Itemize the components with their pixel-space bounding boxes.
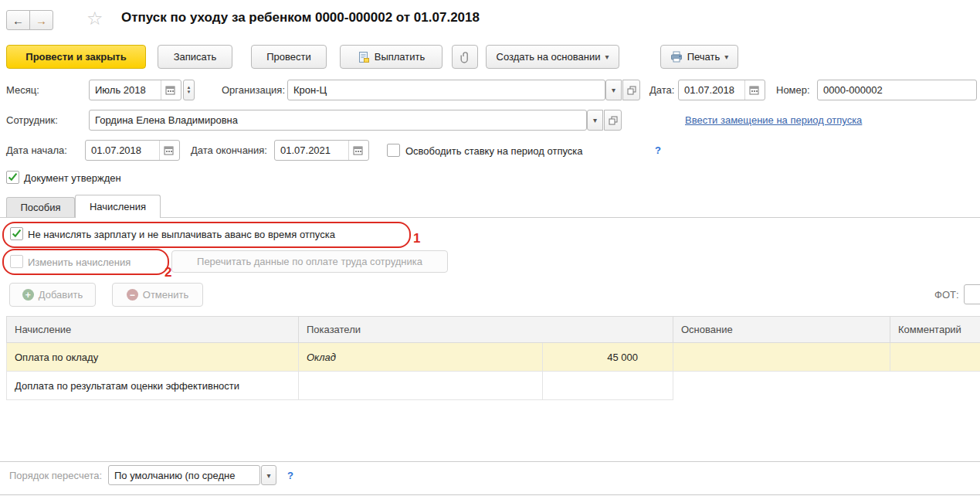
release-position-checkbox[interactable] bbox=[387, 144, 400, 157]
doc-number-label: Номер: bbox=[776, 80, 810, 100]
start-date-field[interactable]: 01.07.2018 bbox=[85, 140, 180, 161]
end-date-value: 01.07.2021 bbox=[280, 144, 331, 156]
footer-divider bbox=[0, 461, 980, 462]
tab-accruals-label: Начисления bbox=[90, 201, 146, 212]
print-label: Печать bbox=[687, 51, 721, 63]
print-button[interactable]: Печать ▾ bbox=[660, 45, 738, 69]
table-header-row: Начисление Показатели Основание Коммента… bbox=[6, 316, 980, 343]
approved-checkbox[interactable] bbox=[6, 171, 19, 184]
create-based-on-label: Создать на основании bbox=[497, 51, 601, 63]
add-row-button[interactable]: + Добавить bbox=[9, 283, 96, 307]
end-date-label: Дата окончания: bbox=[191, 140, 267, 161]
column-header-comment: Комментарий bbox=[890, 316, 980, 343]
paperclip-icon bbox=[459, 51, 471, 63]
spinner-down-icon: ▼ bbox=[187, 90, 192, 94]
doc-date-field[interactable]: 01.07.2018 bbox=[678, 80, 765, 100]
cell-comment[interactable] bbox=[890, 343, 980, 372]
calendar-icon[interactable] bbox=[161, 80, 178, 100]
attachments-button[interactable] bbox=[452, 45, 478, 69]
save-button[interactable]: Записать bbox=[158, 45, 232, 69]
cell-indicator[interactable]: Оклад bbox=[299, 343, 543, 372]
approved-label: Документ утвержден bbox=[24, 171, 121, 185]
nav-forward-button[interactable]: → bbox=[29, 10, 53, 30]
window-bottom-edge bbox=[0, 494, 980, 495]
annotation-oval-1 bbox=[2, 222, 411, 248]
create-based-on-button[interactable]: Создать на основании ▾ bbox=[486, 45, 619, 69]
cell-accrual[interactable]: Доплата по результатам оценки эффективно… bbox=[6, 372, 299, 400]
add-row-label: Добавить bbox=[39, 289, 83, 301]
fot-label: ФОТ: bbox=[934, 284, 959, 305]
calendar-icon[interactable] bbox=[348, 141, 365, 160]
recalc-order-value: По умолчанию (по средне bbox=[114, 470, 235, 481]
post-button[interactable]: Провести bbox=[251, 45, 327, 69]
doc-date-label: Дата: bbox=[649, 80, 674, 100]
save-label: Записать bbox=[174, 51, 217, 63]
post-and-close-button[interactable]: Провести и закрыть bbox=[6, 45, 146, 69]
annotation-number-2: 2 bbox=[164, 265, 171, 280]
open-link-icon bbox=[609, 116, 618, 125]
month-value: Июль 2018 bbox=[95, 84, 146, 96]
favorite-star-icon[interactable]: ☆ bbox=[86, 8, 103, 29]
document-window: ← → ☆ Отпуск по уходу за ребенком 0000-0… bbox=[0, 0, 980, 496]
pay-button[interactable]: Выплатить bbox=[340, 45, 443, 69]
plus-circle-icon: + bbox=[22, 289, 34, 301]
check-icon bbox=[8, 172, 18, 182]
month-field[interactable]: Июль 2018 bbox=[89, 80, 181, 100]
doc-date-value: 01.07.2018 bbox=[684, 84, 734, 96]
forward-arrow-icon: → bbox=[36, 14, 47, 27]
cell-basis[interactable] bbox=[673, 372, 890, 400]
cancel-row-label: Отменить bbox=[143, 289, 188, 301]
release-position-label: Освободить ставку на период отпуска bbox=[405, 144, 583, 158]
reread-salary-data-button[interactable]: Перечитать данные по оплате труда сотруд… bbox=[171, 250, 448, 273]
organization-dropdown-button[interactable]: ▾ bbox=[605, 80, 622, 100]
cell-comment[interactable] bbox=[890, 372, 980, 400]
organization-open-button[interactable] bbox=[622, 80, 640, 100]
open-link-icon bbox=[627, 86, 636, 95]
start-date-label: Дата начала: bbox=[6, 140, 67, 161]
end-date-field[interactable]: 01.07.2021 bbox=[274, 140, 369, 161]
doc-number-value: 0000-000002 bbox=[823, 84, 883, 96]
month-label: Месяц: bbox=[6, 80, 39, 100]
calendar-icon[interactable] bbox=[744, 80, 761, 100]
cell-indicator-value[interactable]: 45 000 bbox=[543, 343, 673, 372]
chevron-down-icon: ▾ bbox=[593, 116, 597, 124]
employee-label: Сотрудник: bbox=[6, 110, 58, 131]
cell-indicator[interactable] bbox=[299, 372, 543, 400]
employee-dropdown-button[interactable]: ▾ bbox=[587, 110, 603, 131]
start-date-value: 01.07.2018 bbox=[91, 144, 141, 156]
recalc-order-help[interactable]: ? bbox=[287, 465, 293, 486]
calendar-icon[interactable] bbox=[159, 141, 176, 160]
organization-field[interactable]: Крон-Ц bbox=[287, 80, 605, 100]
column-header-accrual: Начисление bbox=[6, 316, 299, 343]
recalc-order-dropdown-button[interactable]: ▾ bbox=[261, 465, 276, 485]
organization-label: Организация: bbox=[222, 80, 285, 100]
chevron-down-icon: ▾ bbox=[266, 471, 270, 480]
substitution-link[interactable]: Ввести замещение на период отпуска bbox=[685, 110, 862, 131]
chevron-down-icon: ▾ bbox=[724, 53, 728, 61]
page-title: Отпуск по уходу за ребенком 0000-000002 … bbox=[121, 10, 480, 25]
cell-accrual[interactable]: Оплата по окладу bbox=[6, 343, 299, 372]
post-label: Провести bbox=[266, 51, 311, 63]
recalc-order-field[interactable]: По умолчанию (по средне bbox=[108, 465, 260, 485]
release-position-help[interactable]: ? bbox=[655, 140, 661, 161]
nav-back-button[interactable]: ← bbox=[6, 10, 30, 30]
minus-circle-icon: − bbox=[127, 289, 138, 301]
cell-indicator-value[interactable] bbox=[543, 372, 673, 400]
employee-open-button[interactable] bbox=[604, 110, 622, 131]
cell-basis[interactable] bbox=[673, 343, 890, 372]
fot-field[interactable] bbox=[964, 284, 980, 304]
chevron-down-icon: ▾ bbox=[605, 53, 609, 61]
annotation-number-1: 1 bbox=[413, 231, 420, 246]
cancel-row-button[interactable]: − Отменить bbox=[112, 283, 203, 307]
month-spinner[interactable]: ▲ ▼ bbox=[183, 80, 195, 100]
tab-benefits[interactable]: Пособия bbox=[6, 197, 75, 217]
table-row-salary[interactable]: Оплата по окладу Оклад 45 000 bbox=[6, 343, 980, 372]
doc-number-field[interactable]: 0000-000002 bbox=[817, 80, 977, 100]
recalc-order-label: Порядок пересчета: bbox=[9, 465, 102, 486]
annotation-oval-2 bbox=[2, 249, 169, 275]
table-row-bonus[interactable]: Доплата по результатам оценки эффективно… bbox=[6, 372, 980, 400]
column-header-indicators: Показатели bbox=[299, 316, 673, 343]
tab-accruals[interactable]: Начисления bbox=[75, 195, 161, 218]
reread-salary-data-label: Перечитать данные по оплате труда сотруд… bbox=[197, 256, 422, 267]
employee-field[interactable]: Гордина Елена Владимировна bbox=[89, 110, 587, 131]
